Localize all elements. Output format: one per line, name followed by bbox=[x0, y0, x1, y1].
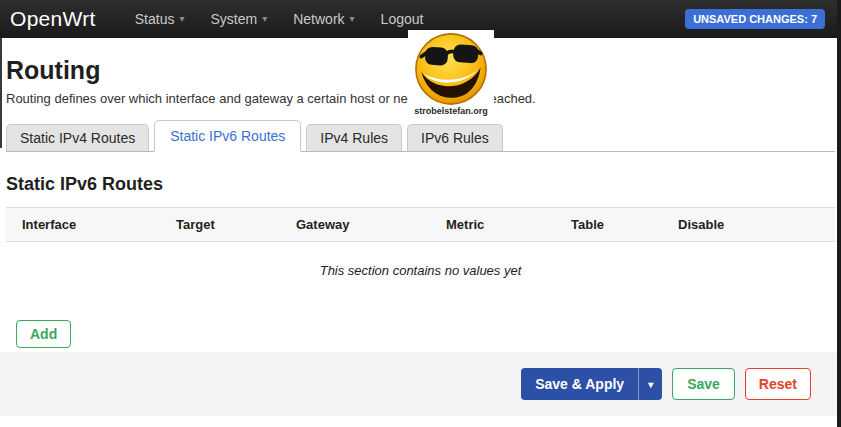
save-button[interactable]: Save bbox=[672, 368, 735, 400]
routes-table-header: Interface Target Gateway Metric Table Di… bbox=[6, 207, 835, 242]
column-header-gateway: Gateway bbox=[296, 217, 446, 232]
caret-down-icon: ▾ bbox=[350, 14, 355, 24]
column-header-disable: Disable bbox=[678, 217, 835, 232]
window-right-edge bbox=[837, 0, 841, 427]
caret-down-icon: ▾ bbox=[648, 379, 653, 390]
watermark-image: strobelstefan.org bbox=[408, 30, 494, 124]
tab-bar: Static IPv4 Routes Static IPv6 Routes IP… bbox=[6, 120, 835, 152]
openwrt-logo[interactable]: OpenWrt bbox=[10, 7, 96, 31]
tab-static-ipv4-routes[interactable]: Static IPv4 Routes bbox=[6, 124, 149, 151]
section-heading: Static IPv6 Routes bbox=[6, 174, 835, 195]
column-header-table: Table bbox=[571, 217, 678, 232]
reset-button[interactable]: Reset bbox=[745, 368, 811, 400]
column-header-interface: Interface bbox=[22, 217, 176, 232]
nav-item-label: Network bbox=[293, 11, 344, 27]
nav-item-system[interactable]: System ▾ bbox=[197, 0, 280, 38]
caret-down-icon: ▾ bbox=[179, 14, 184, 24]
nav-item-network[interactable]: Network ▾ bbox=[280, 0, 367, 38]
nav-item-label: Status bbox=[135, 11, 175, 27]
nav-item-status[interactable]: Status ▾ bbox=[122, 0, 198, 38]
unsaved-changes-badge[interactable]: UNSAVED CHANGES: 7 bbox=[685, 9, 825, 29]
tab-ipv4-rules[interactable]: IPv4 Rules bbox=[306, 124, 402, 151]
save-apply-dropdown-toggle[interactable]: ▾ bbox=[638, 368, 662, 400]
watermark-caption: strobelstefan.org bbox=[414, 106, 488, 116]
footer-action-bar: Save & Apply ▾ Save Reset bbox=[0, 352, 837, 416]
nav-item-label: System bbox=[210, 11, 257, 27]
sunglasses-smiley-icon bbox=[411, 30, 491, 108]
caret-down-icon: ▾ bbox=[262, 14, 267, 24]
add-button[interactable]: Add bbox=[16, 320, 71, 348]
nav-item-label: Logout bbox=[381, 11, 424, 27]
tab-static-ipv6-routes[interactable]: Static IPv6 Routes bbox=[154, 120, 301, 152]
save-apply-split-button: Save & Apply ▾ bbox=[521, 368, 662, 400]
column-header-metric: Metric bbox=[446, 217, 571, 232]
save-apply-button[interactable]: Save & Apply bbox=[521, 368, 638, 400]
window-left-edge bbox=[0, 38, 2, 148]
empty-section-message: This section contains no values yet bbox=[6, 242, 835, 312]
column-header-target: Target bbox=[176, 217, 296, 232]
tab-ipv6-rules[interactable]: IPv6 Rules bbox=[407, 124, 503, 151]
